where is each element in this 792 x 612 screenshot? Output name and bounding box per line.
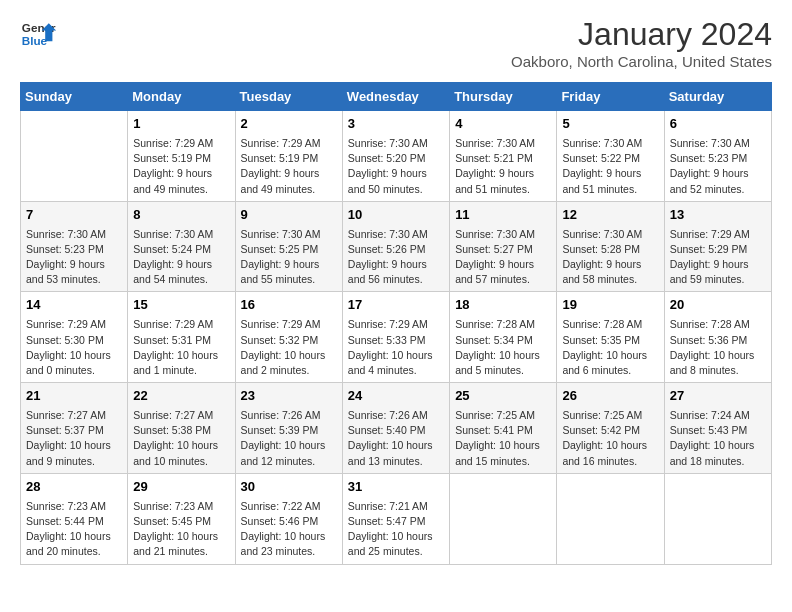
day-number: 15 [133,296,229,315]
calendar-cell: 8Sunrise: 7:30 AM Sunset: 5:24 PM Daylig… [128,201,235,292]
calendar-cell: 13Sunrise: 7:29 AM Sunset: 5:29 PM Dayli… [664,201,771,292]
cell-content: Sunrise: 7:30 AM Sunset: 5:27 PM Dayligh… [455,227,551,288]
day-number: 24 [348,387,444,406]
day-number: 3 [348,115,444,134]
day-number: 28 [26,478,122,497]
cell-content: Sunrise: 7:30 AM Sunset: 5:28 PM Dayligh… [562,227,658,288]
cell-content: Sunrise: 7:30 AM Sunset: 5:21 PM Dayligh… [455,136,551,197]
calendar-cell: 19Sunrise: 7:28 AM Sunset: 5:35 PM Dayli… [557,292,664,383]
calendar-cell: 23Sunrise: 7:26 AM Sunset: 5:39 PM Dayli… [235,383,342,474]
header-day-friday: Friday [557,83,664,111]
svg-text:Blue: Blue [22,34,48,47]
calendar-table: SundayMondayTuesdayWednesdayThursdayFrid… [20,82,772,565]
logo-icon: General Blue [20,16,56,52]
calendar-cell: 20Sunrise: 7:28 AM Sunset: 5:36 PM Dayli… [664,292,771,383]
day-number: 26 [562,387,658,406]
cell-content: Sunrise: 7:30 AM Sunset: 5:23 PM Dayligh… [670,136,766,197]
calendar-cell: 14Sunrise: 7:29 AM Sunset: 5:30 PM Dayli… [21,292,128,383]
cell-content: Sunrise: 7:29 AM Sunset: 5:19 PM Dayligh… [241,136,337,197]
day-number: 9 [241,206,337,225]
calendar-cell: 17Sunrise: 7:29 AM Sunset: 5:33 PM Dayli… [342,292,449,383]
day-number: 17 [348,296,444,315]
location-title: Oakboro, North Carolina, United States [511,53,772,70]
day-number: 22 [133,387,229,406]
calendar-cell: 12Sunrise: 7:30 AM Sunset: 5:28 PM Dayli… [557,201,664,292]
day-number: 18 [455,296,551,315]
calendar-cell: 11Sunrise: 7:30 AM Sunset: 5:27 PM Dayli… [450,201,557,292]
calendar-cell: 30Sunrise: 7:22 AM Sunset: 5:46 PM Dayli… [235,473,342,564]
day-number: 7 [26,206,122,225]
calendar-cell: 24Sunrise: 7:26 AM Sunset: 5:40 PM Dayli… [342,383,449,474]
cell-content: Sunrise: 7:28 AM Sunset: 5:36 PM Dayligh… [670,317,766,378]
day-number: 31 [348,478,444,497]
calendar-cell: 3Sunrise: 7:30 AM Sunset: 5:20 PM Daylig… [342,111,449,202]
calendar-cell: 21Sunrise: 7:27 AM Sunset: 5:37 PM Dayli… [21,383,128,474]
calendar-cell: 1Sunrise: 7:29 AM Sunset: 5:19 PM Daylig… [128,111,235,202]
cell-content: Sunrise: 7:28 AM Sunset: 5:35 PM Dayligh… [562,317,658,378]
day-number: 5 [562,115,658,134]
calendar-cell: 31Sunrise: 7:21 AM Sunset: 5:47 PM Dayli… [342,473,449,564]
cell-content: Sunrise: 7:27 AM Sunset: 5:37 PM Dayligh… [26,408,122,469]
day-number: 10 [348,206,444,225]
day-number: 16 [241,296,337,315]
calendar-week-row: 7Sunrise: 7:30 AM Sunset: 5:23 PM Daylig… [21,201,772,292]
day-number: 23 [241,387,337,406]
cell-content: Sunrise: 7:28 AM Sunset: 5:34 PM Dayligh… [455,317,551,378]
day-number: 14 [26,296,122,315]
cell-content: Sunrise: 7:25 AM Sunset: 5:41 PM Dayligh… [455,408,551,469]
calendar-cell: 18Sunrise: 7:28 AM Sunset: 5:34 PM Dayli… [450,292,557,383]
header-day-saturday: Saturday [664,83,771,111]
calendar-cell: 6Sunrise: 7:30 AM Sunset: 5:23 PM Daylig… [664,111,771,202]
cell-content: Sunrise: 7:30 AM Sunset: 5:26 PM Dayligh… [348,227,444,288]
cell-content: Sunrise: 7:26 AM Sunset: 5:39 PM Dayligh… [241,408,337,469]
day-number: 25 [455,387,551,406]
calendar-cell: 26Sunrise: 7:25 AM Sunset: 5:42 PM Dayli… [557,383,664,474]
cell-content: Sunrise: 7:23 AM Sunset: 5:44 PM Dayligh… [26,499,122,560]
day-number: 20 [670,296,766,315]
cell-content: Sunrise: 7:29 AM Sunset: 5:32 PM Dayligh… [241,317,337,378]
day-number: 1 [133,115,229,134]
cell-content: Sunrise: 7:30 AM Sunset: 5:20 PM Dayligh… [348,136,444,197]
day-number: 30 [241,478,337,497]
day-number: 4 [455,115,551,134]
calendar-cell: 2Sunrise: 7:29 AM Sunset: 5:19 PM Daylig… [235,111,342,202]
calendar-week-row: 28Sunrise: 7:23 AM Sunset: 5:44 PM Dayli… [21,473,772,564]
calendar-cell: 25Sunrise: 7:25 AM Sunset: 5:41 PM Dayli… [450,383,557,474]
calendar-cell: 28Sunrise: 7:23 AM Sunset: 5:44 PM Dayli… [21,473,128,564]
cell-content: Sunrise: 7:23 AM Sunset: 5:45 PM Dayligh… [133,499,229,560]
day-number: 8 [133,206,229,225]
calendar-cell: 27Sunrise: 7:24 AM Sunset: 5:43 PM Dayli… [664,383,771,474]
logo: General Blue [20,16,56,52]
cell-content: Sunrise: 7:25 AM Sunset: 5:42 PM Dayligh… [562,408,658,469]
day-number: 13 [670,206,766,225]
cell-content: Sunrise: 7:27 AM Sunset: 5:38 PM Dayligh… [133,408,229,469]
calendar-cell: 22Sunrise: 7:27 AM Sunset: 5:38 PM Dayli… [128,383,235,474]
calendar-cell: 9Sunrise: 7:30 AM Sunset: 5:25 PM Daylig… [235,201,342,292]
calendar-cell: 16Sunrise: 7:29 AM Sunset: 5:32 PM Dayli… [235,292,342,383]
calendar-cell: 7Sunrise: 7:30 AM Sunset: 5:23 PM Daylig… [21,201,128,292]
page-header: General Blue January 2024 Oakboro, North… [20,16,772,70]
cell-content: Sunrise: 7:29 AM Sunset: 5:30 PM Dayligh… [26,317,122,378]
day-number: 29 [133,478,229,497]
day-number: 19 [562,296,658,315]
cell-content: Sunrise: 7:29 AM Sunset: 5:33 PM Dayligh… [348,317,444,378]
header-day-tuesday: Tuesday [235,83,342,111]
cell-content: Sunrise: 7:29 AM Sunset: 5:19 PM Dayligh… [133,136,229,197]
day-number: 21 [26,387,122,406]
calendar-cell [557,473,664,564]
month-title: January 2024 [511,16,772,53]
calendar-cell: 5Sunrise: 7:30 AM Sunset: 5:22 PM Daylig… [557,111,664,202]
day-number: 2 [241,115,337,134]
cell-content: Sunrise: 7:26 AM Sunset: 5:40 PM Dayligh… [348,408,444,469]
calendar-cell: 10Sunrise: 7:30 AM Sunset: 5:26 PM Dayli… [342,201,449,292]
calendar-cell [450,473,557,564]
day-number: 11 [455,206,551,225]
day-number: 27 [670,387,766,406]
header-day-sunday: Sunday [21,83,128,111]
calendar-cell [21,111,128,202]
calendar-week-row: 14Sunrise: 7:29 AM Sunset: 5:30 PM Dayli… [21,292,772,383]
cell-content: Sunrise: 7:30 AM Sunset: 5:22 PM Dayligh… [562,136,658,197]
calendar-week-row: 21Sunrise: 7:27 AM Sunset: 5:37 PM Dayli… [21,383,772,474]
day-number: 12 [562,206,658,225]
cell-content: Sunrise: 7:29 AM Sunset: 5:29 PM Dayligh… [670,227,766,288]
